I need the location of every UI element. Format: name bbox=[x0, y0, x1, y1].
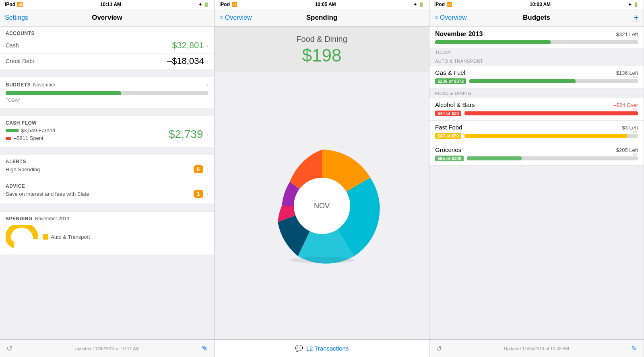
status-right: ✦ 🔋 bbox=[198, 2, 209, 7]
cash-row[interactable]: Cash $32,801 › bbox=[0, 38, 214, 53]
spending-navbar: < Overview Spending bbox=[215, 9, 429, 27]
alerts-badge: 6 bbox=[194, 165, 203, 173]
fast-food-progress-bg bbox=[464, 134, 638, 138]
budget-bottom-gap bbox=[429, 166, 644, 174]
spent-bar bbox=[6, 137, 11, 140]
gas-fuel-progress-bg bbox=[469, 79, 638, 83]
advice-subtitle: Save on interest and fees with Slate. bbox=[6, 191, 91, 197]
edit-icon-b[interactable]: ✎ bbox=[631, 344, 637, 353]
budgets-subtitle: November bbox=[33, 82, 55, 88]
battery-icon-b: 🔋 bbox=[633, 2, 639, 7]
credit-value: –$18,034 bbox=[167, 56, 204, 66]
back-button-s[interactable]: < Overview bbox=[219, 14, 252, 21]
status-left-b: iPod 📶 bbox=[434, 2, 452, 7]
refresh-icon-b[interactable]: ↺ bbox=[436, 344, 442, 353]
status-bar-overview: iPod 📶 10:11 AM ✦ 🔋 bbox=[0, 0, 214, 9]
bluetooth-icon-s: ✦ bbox=[413, 2, 417, 7]
transactions-icon: 💬 bbox=[295, 345, 303, 352]
donut-container: NOV bbox=[258, 142, 386, 270]
refresh-icon[interactable]: ↺ bbox=[6, 344, 12, 353]
fast-food-amount-label: $47 of $50 bbox=[435, 133, 461, 139]
credit-label: Credit Debt bbox=[6, 58, 34, 64]
gap2 bbox=[0, 108, 214, 116]
today-label: TODAY bbox=[6, 98, 208, 103]
advice-chevron: › bbox=[206, 190, 208, 197]
budgets-nav-title: Budgets bbox=[523, 14, 550, 22]
ipod-label: iPod bbox=[5, 2, 15, 7]
month-progress-bg bbox=[435, 40, 638, 44]
overview-scroll[interactable]: ACCOUNTS Cash $32,801 › Credit Debt –$18… bbox=[0, 27, 214, 339]
gas-fuel-progress-fill bbox=[469, 79, 576, 83]
status-bar-spending: iPod 📶 10:05 AM ✦ 🔋 bbox=[215, 0, 429, 9]
alcohol-bars-progress-bg bbox=[464, 111, 638, 115]
groceries-edit[interactable]: ✏ bbox=[633, 150, 638, 158]
spending-legend: Auto & Transport bbox=[43, 234, 90, 240]
groceries-progress-bg bbox=[467, 156, 638, 160]
budgets-chevron: › bbox=[206, 81, 208, 88]
spending-amount-value: $198 bbox=[220, 45, 423, 66]
settings-button[interactable]: Settings bbox=[5, 14, 28, 21]
cash-value: $32,801 bbox=[172, 40, 204, 51]
budgets-progress-bg bbox=[6, 91, 208, 95]
auto-transport-header: AUTO & TRANSPORT bbox=[429, 56, 644, 66]
spending-section[interactable]: SPENDING November 2013 Auto & Transport bbox=[0, 211, 214, 254]
ipod-label-s: iPod bbox=[219, 2, 230, 7]
month-budget-title: November 2013 bbox=[435, 31, 483, 38]
spending-subtitle: November 2013 bbox=[35, 216, 69, 222]
budgets-panel: iPod 📶 10:03 AM ✦ 🔋 < Overview Budgets +… bbox=[429, 0, 644, 357]
alcohol-bars-item[interactable]: Alcohol & Bars –$24 Over $44 of $20 ✏ bbox=[429, 98, 644, 121]
cashflow-section[interactable]: CASH FLOW $3,549 Earned –$811 Spent $2,7… bbox=[0, 116, 214, 147]
donut-center-label: NOV bbox=[314, 201, 330, 210]
groceries-item[interactable]: Groceries $205 Left $95 of $300 ✏ bbox=[429, 143, 644, 166]
month-budget-section: November 2013 $321 Left bbox=[429, 27, 644, 48]
spending-mini-chart bbox=[6, 225, 38, 249]
spending-title: Spending bbox=[306, 14, 337, 22]
alcohol-bars-name: Alcohol & Bars bbox=[435, 101, 475, 108]
gap4 bbox=[0, 203, 214, 211]
today-badge: TODAY bbox=[429, 48, 644, 56]
status-right-b: ✦ 🔋 bbox=[628, 2, 639, 7]
advice-section[interactable]: ADVICE Save on interest and fees with Sl… bbox=[0, 179, 214, 203]
spent-label: –$811 Spent bbox=[14, 135, 43, 141]
month-progress-fill bbox=[435, 40, 551, 44]
transactions-bar[interactable]: 💬 12 Transactions bbox=[215, 339, 429, 357]
cashflow-value: $2,739 bbox=[169, 128, 203, 141]
budgets-section[interactable]: BUDGETS November › TODAY bbox=[0, 77, 214, 108]
food-dining-header: FOOD & DINING bbox=[429, 88, 644, 98]
fast-food-item[interactable]: Fast Food $3 Left $47 of $50 ✏ bbox=[429, 121, 644, 143]
alcohol-bars-amount-label: $44 of $20 bbox=[435, 111, 461, 116]
credit-row[interactable]: Credit Debt –$18,034 › bbox=[0, 53, 214, 69]
updated-text-b: Updated 11/05/2013 at 10:03 AM bbox=[504, 346, 569, 351]
legend-label-auto: Auto & Transport bbox=[51, 234, 90, 240]
gas-fuel-item[interactable]: Gas & Fuel $136 Left $236 of $372 ✏ bbox=[429, 66, 644, 88]
cashflow-header: CASH FLOW bbox=[6, 120, 208, 126]
advice-badge: 1 bbox=[194, 190, 203, 198]
back-button-b[interactable]: < Overview bbox=[434, 14, 466, 21]
gap3 bbox=[0, 147, 214, 155]
fast-food-progress-fill bbox=[464, 134, 627, 138]
overview-panel: iPod 📶 10:11 AM ✦ 🔋 Settings Overview AC… bbox=[0, 0, 215, 357]
ipod-label-b: iPod bbox=[434, 2, 445, 7]
bluetooth-icon-b: ✦ bbox=[628, 2, 632, 7]
alcohol-bars-edit[interactable]: ✏ bbox=[633, 105, 638, 113]
bottom-gap bbox=[0, 254, 214, 267]
alcohol-bars-progress-fill bbox=[464, 111, 638, 115]
edit-icon[interactable]: ✎ bbox=[202, 344, 208, 353]
battery-icon: 🔋 bbox=[204, 2, 209, 7]
fast-food-name: Fast Food bbox=[435, 124, 462, 131]
fast-food-edit[interactable]: ✏ bbox=[633, 128, 638, 135]
gas-fuel-edit[interactable]: ✏ bbox=[633, 73, 638, 81]
wifi-icon: 📶 bbox=[17, 2, 23, 7]
budgets-progress-fill bbox=[6, 91, 121, 95]
donut-area: NOV bbox=[215, 72, 429, 339]
bluetooth-icon: ✦ bbox=[198, 2, 202, 7]
gas-fuel-name: Gas & Fuel bbox=[435, 69, 465, 76]
status-right-s: ✦ 🔋 bbox=[413, 2, 424, 7]
alerts-section[interactable]: ALERTS High Spending 6 › bbox=[0, 155, 214, 179]
cash-label: Cash bbox=[6, 42, 19, 49]
add-budget-button[interactable]: + bbox=[634, 12, 639, 23]
time-label-s: 10:05 AM bbox=[315, 2, 336, 7]
status-left: iPod 📶 bbox=[5, 2, 23, 7]
budget-list[interactable]: November 2013 $321 Left TODAY AUTO & TRA… bbox=[429, 27, 644, 339]
alerts-subtitle: High Spending bbox=[6, 166, 40, 172]
